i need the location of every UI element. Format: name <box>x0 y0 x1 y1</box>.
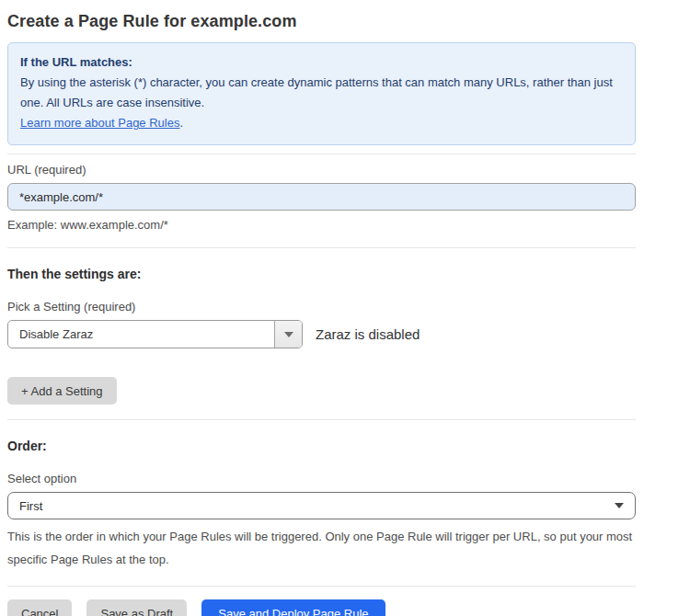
pick-setting-label: Pick a Setting (required) <box>7 300 636 314</box>
save-as-draft-button[interactable]: Save as Draft <box>86 599 187 616</box>
order-select-label: Select option <box>7 472 636 486</box>
info-box-body-text: By using the asterisk (*) character, you… <box>20 75 613 109</box>
link-suffix: . <box>179 116 183 130</box>
info-box-heading: If the URL matches: <box>20 52 622 73</box>
info-box-body: By using the asterisk (*) character, you… <box>20 73 622 113</box>
page-rule-form: Create a Page Rule for example.com If th… <box>0 0 636 616</box>
save-and-deploy-button[interactable]: Save and Deploy Page Rule <box>201 599 385 616</box>
add-setting-button[interactable]: + Add a Setting <box>7 377 117 405</box>
divider <box>7 586 636 587</box>
url-match-info-box: If the URL matches: By using the asteris… <box>7 42 636 145</box>
order-select[interactable]: First <box>7 492 636 519</box>
learn-more-link[interactable]: Learn more about Page Rules <box>20 116 179 130</box>
url-field-label: URL (required) <box>7 163 636 177</box>
divider <box>7 419 636 420</box>
cancel-button[interactable]: Cancel <box>7 599 72 616</box>
chevron-down-icon <box>615 503 624 508</box>
url-example-helper: Example: www.example.com/* <box>7 217 636 233</box>
chevron-down-icon <box>284 332 293 337</box>
info-box-link-line: Learn more about Page Rules. <box>20 113 622 133</box>
order-select-value: First <box>19 499 42 513</box>
settings-section-heading: Then the settings are: <box>7 267 636 282</box>
setting-select[interactable]: Disable Zaraz <box>7 320 303 348</box>
divider <box>7 247 636 248</box>
page-title: Create a Page Rule for example.com <box>7 11 636 31</box>
order-helper-text: This is the order in which your Page Rul… <box>7 525 636 571</box>
url-input[interactable] <box>7 183 636 211</box>
setting-select-value: Disable Zaraz <box>8 321 274 348</box>
footer-actions: Cancel Save as Draft Save and Deploy Pag… <box>7 599 636 616</box>
setting-row: Disable Zaraz Zaraz is disabled <box>7 320 636 348</box>
divider <box>7 154 636 154</box>
setting-status-text: Zaraz is disabled <box>316 326 420 342</box>
setting-select-arrow-button[interactable] <box>274 321 302 348</box>
order-section-heading: Order: <box>7 439 636 454</box>
